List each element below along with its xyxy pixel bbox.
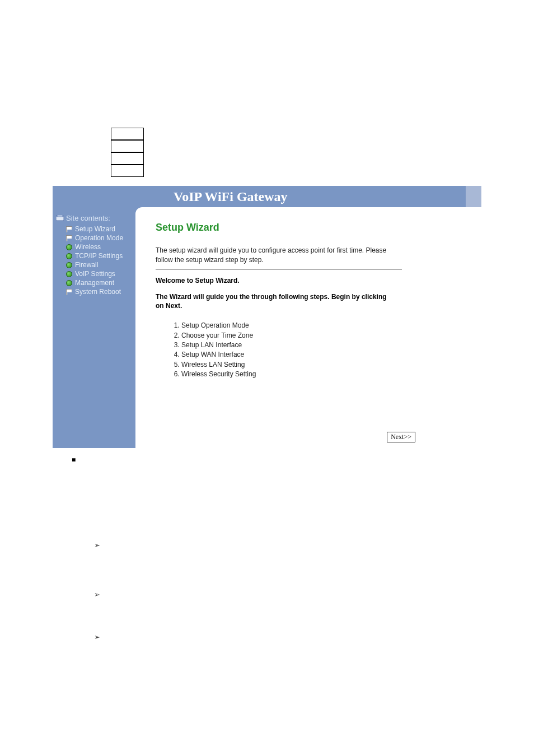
flag-icon	[66, 289, 72, 295]
nav-item-firewall[interactable]: Firewall	[66, 260, 131, 269]
header-bar: VoIP WiFi Gateway	[53, 186, 481, 207]
guide-text: The Wizard will guide you the through fo…	[156, 292, 396, 311]
nav-item-tcp-ip-settings[interactable]: TCP/IP Settings	[66, 251, 131, 260]
content-panel: Setup Wizard The setup wizard will guide…	[135, 207, 481, 448]
nav-item-label: Wireless	[75, 243, 101, 251]
globe-icon	[66, 280, 72, 286]
flag-icon	[66, 235, 72, 241]
sidebar-title: Site contents:	[66, 214, 110, 222]
square-bullet: ■	[72, 456, 534, 464]
globe-icon	[66, 271, 72, 277]
sidebar: Site contents: Setup WizardOperation Mod…	[53, 207, 135, 448]
nav-item-label: Management	[75, 279, 114, 287]
divider	[156, 269, 402, 270]
svg-rect-1	[57, 215, 63, 217]
globe-icon	[66, 253, 72, 259]
site-contents-icon	[56, 215, 64, 222]
placeholder-table	[111, 128, 144, 177]
nav-item-label: Firewall	[75, 261, 98, 269]
nav-item-label: Operation Mode	[75, 234, 123, 242]
arrow-bullet-1: ➢	[94, 541, 534, 550]
nav-item-operation-mode[interactable]: Operation Mode	[66, 234, 131, 242]
nav-item-management[interactable]: Management	[66, 278, 131, 287]
nav-item-label: Setup Wizard	[75, 225, 115, 233]
app-window: VoIP WiFi Gateway Site contents: Setup W…	[53, 186, 481, 448]
intro-text: The setup wizard will guide you to confi…	[156, 246, 396, 265]
nav-item-label: VoIP Settings	[75, 270, 115, 278]
flag-icon	[66, 226, 72, 232]
wizard-step: Setup Operation Mode	[181, 321, 465, 330]
steps-list: Setup Operation ModeChoose your Time Zon…	[156, 321, 465, 379]
arrow-bullet-2: ➢	[94, 590, 534, 599]
wizard-step: Setup LAN Interface	[181, 340, 465, 350]
welcome-heading: Welcome to Setup Wizard.	[156, 277, 465, 284]
wizard-step: Wireless Security Setting	[181, 370, 465, 379]
nav-item-voip-settings[interactable]: VoIP Settings	[66, 269, 131, 278]
wizard-step: Choose your Time Zone	[181, 331, 465, 340]
nav-item-label: System Reboot	[75, 288, 121, 296]
wizard-step: Wireless LAN Setting	[181, 360, 465, 370]
wizard-step: Setup WAN Interface	[181, 350, 465, 360]
nav-item-setup-wizard[interactable]: Setup Wizard	[66, 225, 131, 234]
header-accent	[466, 186, 481, 207]
page-title: Setup Wizard	[156, 222, 465, 234]
nav-item-wireless[interactable]: Wireless	[66, 242, 131, 251]
globe-icon	[66, 244, 72, 250]
arrow-bullet-3: ➢	[94, 633, 534, 642]
header-title: VoIP WiFi Gateway	[174, 189, 288, 204]
globe-icon	[66, 262, 72, 268]
next-button[interactable]: Next>>	[387, 432, 415, 442]
nav-item-label: TCP/IP Settings	[75, 252, 123, 260]
nav-item-system-reboot[interactable]: System Reboot	[66, 287, 131, 296]
